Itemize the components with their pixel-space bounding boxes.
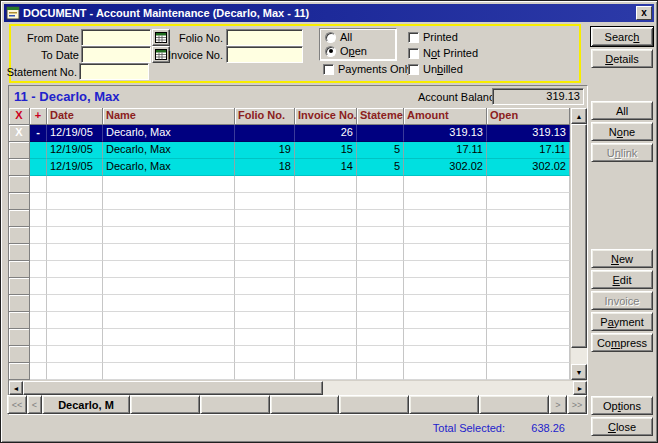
row-statement[interactable]: 5 [357, 159, 404, 176]
options-button[interactable]: Options [591, 396, 653, 415]
folio-no-input[interactable] [226, 29, 303, 46]
row-open[interactable]: 302.02 [487, 159, 570, 176]
row-name[interactable]: Decarlo, Max [103, 159, 235, 176]
col-statement[interactable]: Statement [357, 108, 404, 125]
tab-empty[interactable] [339, 395, 409, 414]
to-date-input[interactable] [81, 46, 151, 63]
table-row-empty[interactable] [9, 329, 570, 346]
horizontal-scroll-thumb[interactable] [23, 381, 323, 395]
row-date[interactable]: 12/19/05 [47, 159, 103, 176]
title-bar[interactable]: DOCUMENT - Account Maintenance (Decarlo,… [4, 4, 654, 22]
horizontal-scrollbar[interactable]: ◄ ► [9, 381, 587, 395]
from-date-input[interactable] [81, 29, 151, 46]
checkbox-payments-only[interactable]: Payments Only [323, 63, 413, 75]
row-date[interactable]: 12/19/05 [47, 125, 103, 142]
tab-empty[interactable] [270, 395, 340, 414]
row-folio[interactable]: 19 [235, 142, 295, 159]
table-row-empty[interactable] [9, 176, 570, 193]
tab-empty[interactable] [130, 395, 200, 414]
col-open[interactable]: Open [487, 108, 570, 125]
row-amount[interactable]: 302.02 [404, 159, 487, 176]
col-name[interactable]: Name [103, 108, 235, 125]
scroll-left-icon[interactable]: ◄ [9, 381, 23, 395]
invoice-button: Invoice [591, 291, 653, 310]
radio-open[interactable]: Open [325, 45, 367, 57]
table-row-empty[interactable] [9, 363, 570, 380]
tab-empty[interactable] [479, 395, 549, 414]
edit-button[interactable]: Edit [591, 270, 653, 289]
row-amount[interactable]: 17.11 [404, 142, 487, 159]
row-invoice[interactable]: 26 [295, 125, 357, 142]
new-button[interactable]: New [591, 249, 653, 268]
table-row-empty[interactable] [9, 261, 570, 278]
vertical-scrollbar[interactable]: ▲ ▼ [571, 108, 587, 380]
payment-button[interactable]: Payment [591, 312, 653, 331]
col-date[interactable]: Date [47, 108, 103, 125]
table-row[interactable]: 12/19/05 Decarlo, Max 18 14 5 302.02 302… [9, 159, 570, 176]
table-row-empty[interactable] [9, 210, 570, 227]
search-button[interactable]: Search [590, 26, 654, 47]
table-row-empty[interactable] [9, 312, 570, 329]
row-amount[interactable]: 319.13 [404, 125, 487, 142]
tab-first-button[interactable]: << [7, 395, 27, 414]
row-expand-toggle[interactable]: - [30, 125, 47, 142]
close-button[interactable]: Close [591, 417, 653, 436]
row-date[interactable]: 12/19/05 [47, 142, 103, 159]
row-invoice[interactable]: 15 [295, 142, 357, 159]
tab-empty[interactable] [409, 395, 479, 414]
row-invoice[interactable]: 14 [295, 159, 357, 176]
tab-last-button[interactable]: >> [567, 395, 587, 414]
table-row-empty[interactable] [9, 193, 570, 210]
col-expand[interactable]: + [30, 108, 47, 125]
row-x-mark[interactable] [9, 159, 30, 176]
details-button[interactable]: Details [591, 49, 653, 68]
radio-all[interactable]: All [325, 31, 352, 43]
table-row-empty[interactable] [9, 346, 570, 363]
invoice-no-input[interactable] [226, 46, 303, 63]
row-x-mark[interactable]: X [9, 125, 30, 142]
row-open[interactable]: 17.11 [487, 142, 570, 159]
printed-label: Printed [423, 31, 458, 43]
tab-empty[interactable] [200, 395, 270, 414]
checkbox-printed[interactable]: Printed [408, 31, 458, 43]
table-row[interactable]: 12/19/05 Decarlo, Max 19 15 5 17.11 17.1… [9, 142, 570, 159]
col-x[interactable]: X [9, 108, 30, 125]
checkbox-unbilled[interactable]: Unbilled [408, 63, 463, 75]
scroll-up-icon[interactable]: ▲ [571, 108, 587, 124]
row-x-mark[interactable] [9, 142, 30, 159]
col-folio[interactable]: Folio No. [235, 108, 295, 125]
row-expand-toggle[interactable] [30, 142, 47, 159]
empty-cell [235, 227, 295, 244]
col-invoice[interactable]: Invoice No. [295, 108, 357, 125]
checkbox-not-printed[interactable]: Not Printed [408, 47, 478, 59]
table-row-empty[interactable] [9, 227, 570, 244]
table-row-empty[interactable] [9, 244, 570, 261]
tab-decarlo[interactable]: Decarlo, M [42, 395, 130, 414]
table-row[interactable]: X - 12/19/05 Decarlo, Max 26 319.13 319.… [9, 125, 570, 142]
none-button[interactable]: None [591, 122, 653, 141]
row-expand-toggle[interactable] [30, 159, 47, 176]
empty-cell [404, 193, 487, 210]
close-icon[interactable]: x [636, 6, 652, 20]
row-folio[interactable]: 18 [235, 159, 295, 176]
compress-button[interactable]: Compress [591, 333, 653, 352]
row-name[interactable]: Decarlo, Max [103, 142, 235, 159]
statement-no-input[interactable] [79, 63, 149, 80]
table-row-empty[interactable] [9, 295, 570, 312]
scroll-right-icon[interactable]: ► [573, 381, 587, 395]
empty-cell [103, 227, 235, 244]
tab-prev-button[interactable]: < [27, 395, 42, 414]
tab-next-button[interactable]: > [549, 395, 567, 414]
row-statement[interactable]: 5 [357, 142, 404, 159]
row-folio[interactable] [235, 125, 295, 142]
table-row-empty[interactable] [9, 278, 570, 295]
all-button[interactable]: All [591, 101, 653, 120]
empty-cell [103, 261, 235, 278]
vertical-scroll-thumb[interactable] [571, 124, 587, 348]
col-amount[interactable]: Amount [404, 108, 487, 125]
row-name[interactable]: Decarlo, Max [103, 125, 235, 142]
grid-header-row[interactable]: X + Date Name Folio No. Invoice No. Stat… [9, 108, 570, 125]
scroll-down-icon[interactable]: ▼ [571, 364, 587, 380]
row-open[interactable]: 319.13 [487, 125, 570, 142]
row-statement[interactable] [357, 125, 404, 142]
